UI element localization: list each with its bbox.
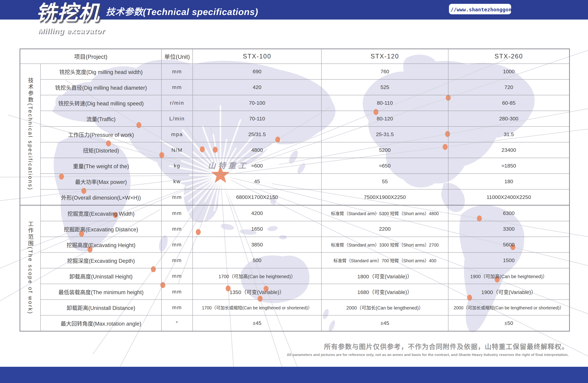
unit-cell: mm [161, 268, 193, 284]
value-cell-stx-100: 1350（可变(Variable)） [193, 284, 321, 300]
website-link[interactable]: Http：//www.shantezhonggong.com [449, 4, 511, 14]
table-row: 工作范围(The scope of work)挖掘宽度(Excavating W… [20, 205, 569, 221]
unit-cell: mm [161, 189, 193, 205]
value-cell-stx-260: 23400 [448, 142, 569, 158]
row-name-cell: 铣挖头转速(Dig head milling speed) [41, 95, 161, 111]
row-name-cell: 重量(The weight of the) [41, 158, 161, 174]
unit-cell: mpa [161, 127, 193, 142]
model-column-header-stx-100: STX-100 [193, 49, 321, 64]
table-row: 外形(Overall dimension(L×W×H))mm6800X1700X… [20, 189, 569, 205]
table-row: 流量(Traffic)L/min70-11080-120280-300 [20, 111, 569, 127]
value-cell-stx-260: 5600 [448, 237, 569, 252]
value-cell-stx-120: 80-110 [321, 95, 448, 111]
value-cell-stx-260: 180 [448, 174, 569, 189]
row-name-cell: 挖掘深度(Excavating Depth) [41, 252, 161, 268]
brand-logo-chinese: 铣挖机 [36, 2, 100, 24]
model-column-header-stx-120: STX-120 [321, 49, 448, 64]
value-cell-stx-260: 3300 [448, 221, 569, 237]
model-column-header-stx-260: STX-260 [448, 49, 569, 64]
unit-cell: mm [161, 237, 193, 252]
row-name-cell: 挖掘高度(Excavating Height) [41, 237, 161, 252]
row-name-cell: 挖掘距离(Excavating Distance) [41, 221, 161, 237]
unit-cell: mm [161, 300, 193, 315]
unit-cell: mm [161, 221, 193, 237]
value-cell-stx-120: 525 [321, 79, 448, 95]
value-cell-stx-260: 720 [448, 79, 569, 95]
row-name-cell: 流量(Traffic) [41, 111, 161, 127]
value-cell-stx-260: 1900（可加高(Can be heightened)） [448, 268, 569, 284]
unit-column-header: 单位(Unit) [161, 49, 193, 64]
row-group-label-text: 技术参数(Technical specifications) [26, 77, 34, 191]
table-row: 技术参数(Technical specifications)铣挖头宽度(Dig … [20, 64, 569, 79]
row-name-cell: 最大回转角度(Max.rotation angle) [41, 315, 161, 331]
table-row: 最低装载高度(The minimum height)mm1350（可变(Vari… [20, 284, 569, 300]
disclaimer: 所有参数与图片仅供参考，不作为合同附件及依据，山特重工保留最终解释权。 All … [287, 341, 569, 357]
value-cell-stx-260: ±50 [448, 315, 569, 331]
bottom-footer-bar [0, 367, 588, 383]
row-name-cell: 最低装载高度(The minimum height) [41, 284, 161, 300]
unit-cell: mm [161, 64, 193, 79]
value-cell-stx-260: 2000（可加长或缩短(Can be lengthened or shorten… [448, 300, 569, 315]
value-cell-stx-120: 1680（可变(Variable)） [321, 284, 448, 300]
value-cell-stx-260: 31.5 [448, 127, 569, 142]
table-row: 卸载高度(Uninstall Height)mm1700（可加高(Can be … [20, 268, 569, 284]
value-cell-stx-120: 标准臂（Standard arm）5300 短臂（Short arms）4800 [321, 205, 448, 221]
spec-table: 项目(Project)单位(Unit)STX-100STX-120STX-260… [20, 49, 570, 331]
unit-cell: kw [161, 174, 193, 189]
value-cell-stx-100: 6800X1700X2150 [193, 189, 321, 205]
value-cell-stx-260: 1000 [448, 64, 569, 79]
table-row: 挖掘深度(Excavating Depth)mm500标准臂（Standard … [20, 252, 569, 268]
table-row: 铣挖头直径(Dig milling head diameter)mm420525… [20, 79, 569, 95]
value-cell-stx-120: 80-120 [321, 111, 448, 127]
value-cell-stx-100: 70-100 [193, 95, 321, 111]
value-cell-stx-120: 2200 [321, 221, 448, 237]
page-title: 技术参数(Technical specifications) [106, 4, 258, 18]
spec-table-header: 项目(Project)单位(Unit)STX-100STX-120STX-260 [20, 49, 569, 64]
disclaimer-english: All parameters and pictures are for refe… [287, 353, 569, 357]
project-column-header: 项目(Project) [20, 49, 161, 64]
unit-cell: mm [161, 284, 193, 300]
value-cell-stx-260: 6300 [448, 205, 569, 221]
row-name-cell: 最大功率(Max power) [41, 174, 161, 189]
value-cell-stx-120: ±45 [321, 315, 448, 331]
row-name-cell: 挖掘宽度(Excavating Width) [41, 205, 161, 221]
value-cell-stx-260: 11000X2400X2250 [448, 189, 569, 205]
unit-cell: mm [161, 205, 193, 221]
value-cell-stx-100: 45 [193, 174, 321, 189]
spec-table-body: 技术参数(Technical specifications)铣挖头宽度(Dig … [20, 64, 569, 331]
unit-cell: N/M [161, 142, 193, 158]
value-cell-stx-100: 420 [193, 79, 321, 95]
value-cell-stx-100: 690 [193, 64, 321, 79]
value-cell-stx-100: 3850 [193, 237, 321, 252]
table-row: 最大功率(Max power)kw4555180 [20, 174, 569, 189]
row-name-cell: 卸载距离(Uninstall Distance) [41, 300, 161, 315]
value-cell-stx-120: 1800（可变(Variable)） [321, 268, 448, 284]
value-cell-stx-120: 2000（可加长(Can be lengthened)） [321, 300, 448, 315]
value-cell-stx-100: 70-110 [193, 111, 321, 127]
row-group-label-text: 工作范围(The scope of work) [26, 221, 34, 315]
value-cell-stx-100: 4200 [193, 205, 321, 221]
brand-logo-english: Milling excavator [38, 26, 105, 35]
value-cell-stx-260: 280-300 [448, 111, 569, 127]
value-cell-stx-120: 7500X1900X2250 [321, 189, 448, 205]
unit-cell: mm [161, 79, 193, 95]
row-group-label: 工作范围(The scope of work) [20, 205, 41, 331]
unit-cell: L/min [161, 111, 193, 127]
value-cell-stx-100: ≈600 [193, 158, 321, 174]
value-cell-stx-120: 25-31.5 [321, 127, 448, 142]
table-row: 铣挖头转速(Dig head milling speed)r/min70-100… [20, 95, 569, 111]
table-row: 重量(The weight of the)kg≈600≈650≈1850 [20, 158, 569, 174]
table-row: 工作压力(Pressure of work)mpa25/31.525-31.53… [20, 127, 569, 142]
value-cell-stx-260: 1500 [448, 252, 569, 268]
row-name-cell: 卸载高度(Uninstall Height) [41, 268, 161, 284]
row-name-cell: 扭矩(Distorted) [41, 142, 161, 158]
row-name-cell: 铣挖头宽度(Dig milling head width) [41, 64, 161, 79]
table-row: 扭矩(Distorted)N/M4800520023400 [20, 142, 569, 158]
value-cell-stx-100: 25/31.5 [193, 127, 321, 142]
row-group-label: 技术参数(Technical specifications) [20, 64, 41, 205]
website-url-text: Http：//www.shantezhonggong.com [433, 5, 527, 13]
unit-cell: ° [161, 315, 193, 331]
value-cell-stx-100: ±45 [193, 315, 321, 331]
table-row: 挖掘高度(Excavating Height)mm3850标准臂（Standar… [20, 237, 569, 252]
value-cell-stx-260: 60-85 [448, 95, 569, 111]
